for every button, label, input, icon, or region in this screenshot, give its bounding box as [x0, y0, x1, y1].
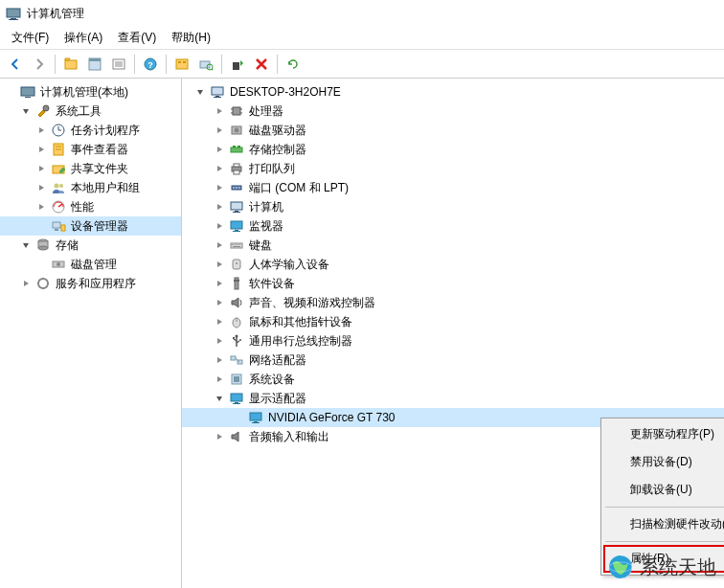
- tree-label: 服务和应用程序: [54, 275, 138, 293]
- tree-item[interactable]: 共享文件夹: [0, 159, 181, 178]
- content-area: 计算机管理(本地)系统工具任务计划程序事件查看器共享文件夹本地用户和组性能设备管…: [0, 79, 724, 588]
- svg-rect-1: [11, 18, 16, 19]
- properties-button[interactable]: [83, 53, 106, 76]
- view-button[interactable]: [170, 53, 193, 76]
- device-tree-item[interactable]: 磁盘驱动器: [182, 121, 724, 140]
- device-tree-item[interactable]: 监视器: [182, 216, 724, 236]
- expander-icon[interactable]: [34, 124, 48, 137]
- device-tree-item[interactable]: 显示适配器: [182, 389, 724, 408]
- device-tree-item[interactable]: 端口 (COM 和 LPT): [182, 178, 724, 197]
- expander-icon[interactable]: [213, 181, 226, 194]
- device-tree-item[interactable]: 软件设备: [182, 274, 724, 293]
- tree-label: 音频输入和输出: [247, 428, 331, 446]
- delete-button[interactable]: [250, 53, 273, 76]
- device-tree-item[interactable]: 存储控制器: [182, 140, 724, 159]
- device-tree-item[interactable]: 键盘: [182, 236, 724, 255]
- expander-icon[interactable]: [213, 143, 226, 156]
- expander-icon[interactable]: [213, 238, 226, 252]
- svg-rect-13: [178, 61, 181, 63]
- expander-icon[interactable]: [213, 353, 226, 367]
- expander-icon[interactable]: [213, 124, 226, 137]
- device-tree-item[interactable]: 通用串行总线控制器: [182, 331, 724, 351]
- tree-label: 设备管理器: [69, 217, 130, 236]
- tree-item[interactable]: 服务和应用程序: [0, 274, 181, 293]
- expander-icon[interactable]: [19, 104, 33, 118]
- left-panel: 计算机管理(本地)系统工具任务计划程序事件查看器共享文件夹本地用户和组性能设备管…: [0, 79, 182, 588]
- device-tree-item[interactable]: 计算机: [182, 197, 724, 216]
- titlebar: 计算机管理: [0, 0, 724, 27]
- tree-item[interactable]: 系统工具: [0, 102, 181, 121]
- tree-label: 事件查看器: [69, 141, 130, 159]
- menu-file[interactable]: 文件(F): [4, 28, 57, 48]
- tree-item[interactable]: 存储: [0, 236, 181, 255]
- expander-icon[interactable]: [213, 315, 226, 328]
- back-button[interactable]: [4, 53, 27, 76]
- expander-icon[interactable]: [213, 162, 226, 175]
- system-icon: [229, 372, 244, 387]
- expander-icon[interactable]: [213, 334, 226, 348]
- tree-item[interactable]: 磁盘管理: [0, 255, 181, 274]
- svg-rect-56: [238, 146, 240, 147]
- tree-root[interactable]: 计算机管理(本地): [0, 82, 181, 102]
- forward-button[interactable]: [28, 53, 51, 76]
- device-tree-item[interactable]: 系统设备: [182, 370, 724, 389]
- expander-icon[interactable]: [34, 181, 48, 194]
- tree-item[interactable]: 事件查看器: [0, 140, 181, 159]
- tree-label: 系统设备: [247, 371, 297, 389]
- device-tree-item[interactable]: 处理器: [182, 102, 724, 121]
- expander-icon[interactable]: [213, 296, 226, 309]
- expander-icon[interactable]: [193, 85, 207, 99]
- tree-label: 本地用户和组: [69, 179, 142, 197]
- globe-icon: [607, 554, 634, 580]
- expander-icon[interactable]: [34, 143, 48, 156]
- refresh-button[interactable]: [282, 53, 305, 76]
- expander-icon[interactable]: [213, 373, 226, 386]
- context-menu-item[interactable]: 更新驱动程序(P): [603, 420, 724, 448]
- expander-icon[interactable]: [213, 277, 226, 290]
- tree-item[interactable]: 任务计划程序: [0, 121, 181, 140]
- tree-item[interactable]: 设备管理器: [0, 216, 181, 236]
- svg-rect-37: [55, 229, 58, 231]
- expander-icon[interactable]: [213, 258, 226, 271]
- svg-point-62: [236, 187, 238, 189]
- scan-button[interactable]: [194, 53, 217, 76]
- toolbar: ?: [0, 50, 724, 79]
- device-tree-root[interactable]: DESKTOP-3H2OH7E: [182, 82, 724, 102]
- expander-icon[interactable]: [19, 238, 33, 252]
- svg-point-21: [43, 105, 49, 111]
- device-tree-item[interactable]: 人体学输入设备: [182, 255, 724, 274]
- expander-icon[interactable]: [213, 392, 226, 405]
- up-button[interactable]: [59, 53, 82, 76]
- expander-icon[interactable]: [213, 200, 226, 214]
- event-icon: [51, 142, 66, 157]
- tree-label: 计算机: [247, 198, 285, 216]
- context-menu-item[interactable]: 卸载设备(U): [603, 476, 724, 504]
- tree-item[interactable]: 本地用户和组: [0, 178, 181, 197]
- menu-view[interactable]: 查看(V): [110, 28, 164, 48]
- tree-label: 显示适配器: [247, 390, 308, 408]
- expander-icon[interactable]: [213, 104, 226, 118]
- svg-rect-96: [254, 421, 258, 422]
- menu-help[interactable]: 帮助(H): [164, 28, 218, 48]
- tree-label: 鼠标和其他指针设备: [247, 313, 354, 331]
- expander-icon[interactable]: [213, 430, 226, 443]
- context-menu-item[interactable]: 扫描检测硬件改动(A): [603, 510, 724, 538]
- uninstall-button[interactable]: [226, 53, 249, 76]
- tree-label: 端口 (COM 和 LPT): [247, 179, 351, 197]
- tree-item[interactable]: 性能: [0, 197, 181, 216]
- device-tree-item[interactable]: 声音、视频和游戏控制器: [182, 293, 724, 312]
- expander-icon[interactable]: [34, 200, 48, 214]
- expander-icon[interactable]: [213, 219, 226, 233]
- menu-action[interactable]: 操作(A): [57, 28, 110, 48]
- tree-label: 打印队列: [247, 160, 297, 178]
- device-tree-item[interactable]: 鼠标和其他指针设备: [182, 312, 724, 331]
- expander-icon[interactable]: [19, 277, 33, 290]
- context-menu-item[interactable]: 禁用设备(D): [603, 448, 724, 476]
- help-button[interactable]: ?: [139, 53, 162, 76]
- svg-point-78: [236, 262, 238, 264]
- device-tree-item[interactable]: 打印队列: [182, 159, 724, 178]
- list-button[interactable]: [107, 53, 130, 76]
- device-tree-item[interactable]: 网络适配器: [182, 351, 724, 370]
- expander-icon[interactable]: [34, 162, 48, 175]
- svg-rect-47: [233, 107, 240, 115]
